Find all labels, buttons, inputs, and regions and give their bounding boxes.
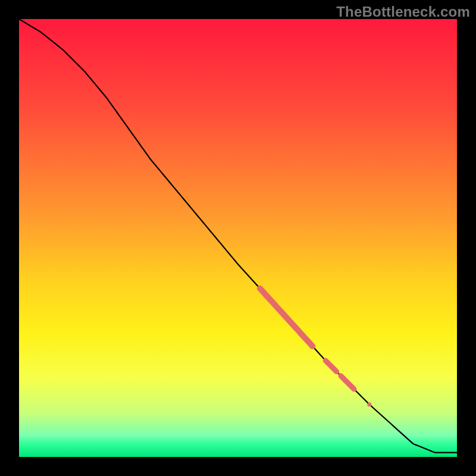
chart-frame: TheBottleneck.com xyxy=(0,0,476,476)
highlight-dot-0 xyxy=(367,402,371,406)
highlight-segment-1 xyxy=(325,361,336,371)
curve-layer xyxy=(19,19,457,457)
highlight-segment-2 xyxy=(341,376,354,389)
watermark-text: TheBottleneck.com xyxy=(336,4,470,20)
highlight-segment-0 xyxy=(260,289,312,346)
main-curve xyxy=(19,19,457,453)
